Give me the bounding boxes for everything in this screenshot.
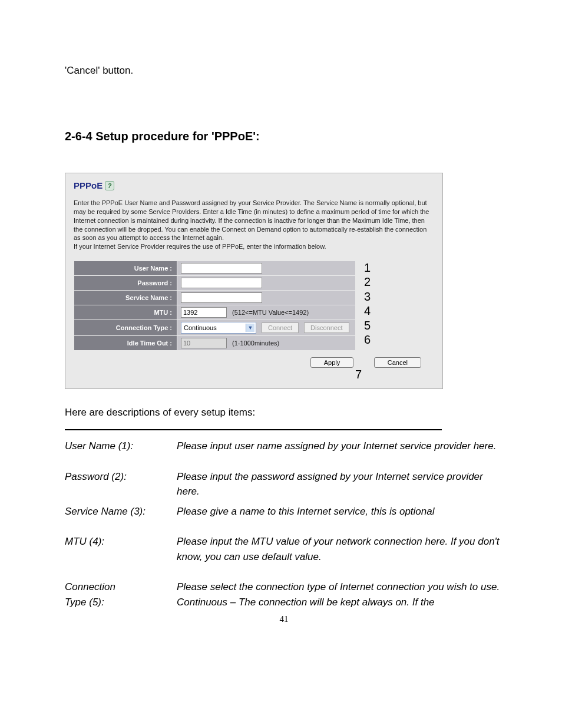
label-mtu: MTU : (74, 305, 177, 320)
label-password: Password : (74, 276, 177, 291)
label-connection-type: Connection Type : (74, 320, 177, 336)
router-screenshot: PPPoE ? Enter the PPPoE User Name and Pa… (65, 173, 443, 389)
callout-2: 2 (364, 275, 371, 289)
connection-type-select[interactable]: Continuous ▼ (181, 322, 256, 334)
label-idle-time-out: Idle Time Out : (74, 336, 177, 351)
disconnect-button[interactable]: Disconnect (304, 322, 349, 333)
callout-4: 4 (364, 304, 371, 318)
help-icon[interactable]: ? (105, 181, 114, 190)
prev-page-fragment: 'Cancel' button. (65, 65, 503, 77)
desc-term: MTU (4): (65, 534, 177, 579)
desc-term: Password (2): (65, 469, 177, 504)
panel-title: PPPoE ? (74, 180, 434, 190)
desc-def: Please give a name to this Internet serv… (177, 504, 503, 535)
chevron-down-icon: ▼ (246, 324, 254, 332)
divider (65, 429, 442, 430)
user-name-input[interactable] (181, 263, 262, 274)
desc-term: Service Name (3): (65, 504, 177, 535)
desc-row: Connection Type (5): Please select the c… (65, 579, 503, 612)
connect-button[interactable]: Connect (262, 322, 299, 333)
callout-7: 7 (74, 368, 434, 381)
mtu-input[interactable] (181, 307, 227, 318)
desc-def: Please select the connection type of Int… (177, 579, 503, 612)
pppoe-form: User Name : Password : Service Name : MT… (74, 261, 356, 351)
desc-term: User Name (1): (65, 439, 177, 469)
password-input[interactable] (181, 278, 262, 288)
desc-row: User Name (1): Please input user name as… (65, 439, 503, 469)
desc-term: Connection Type (5): (65, 579, 177, 612)
desc-def: Please input the MTU value of your netwo… (177, 534, 503, 579)
panel-description: Enter the PPPoE User Name and Password a… (74, 199, 434, 251)
desc-row: Password (2): Please input the password … (65, 469, 503, 504)
cancel-button[interactable]: Cancel (374, 357, 421, 368)
callout-6: 6 (364, 332, 371, 347)
panel-title-text: PPPoE (74, 180, 103, 190)
callout-5: 5 (364, 318, 371, 332)
idle-hint: (1-1000minutes) (232, 340, 279, 347)
callout-1: 1 (364, 261, 371, 275)
descriptions-intro: Here are descriptions of every setup ite… (65, 407, 503, 419)
idle-timeout-input[interactable] (181, 338, 227, 348)
label-user-name: User Name : (74, 261, 177, 276)
callout-numbers: 1 2 3 4 5 6 (364, 261, 371, 347)
mtu-hint: (512<=MTU Value<=1492) (232, 309, 309, 316)
descriptions-table: User Name (1): Please input user name as… (65, 439, 503, 612)
service-name-input[interactable] (181, 292, 262, 303)
desc-row: Service Name (3): Please give a name to … (65, 504, 503, 535)
desc-row: MTU (4): Please input the MTU value of y… (65, 534, 503, 579)
page-number: 41 (65, 614, 503, 624)
section-heading: 2-6-4 Setup procedure for 'PPPoE': (65, 130, 503, 143)
desc-def: Please input user name assigned by your … (177, 439, 503, 469)
desc-def: Please input the password assigned by yo… (177, 469, 503, 504)
label-service-name: Service Name : (74, 291, 177, 305)
connection-type-value: Continuous (184, 324, 217, 331)
apply-button[interactable]: Apply (310, 357, 354, 368)
callout-3: 3 (364, 289, 371, 304)
